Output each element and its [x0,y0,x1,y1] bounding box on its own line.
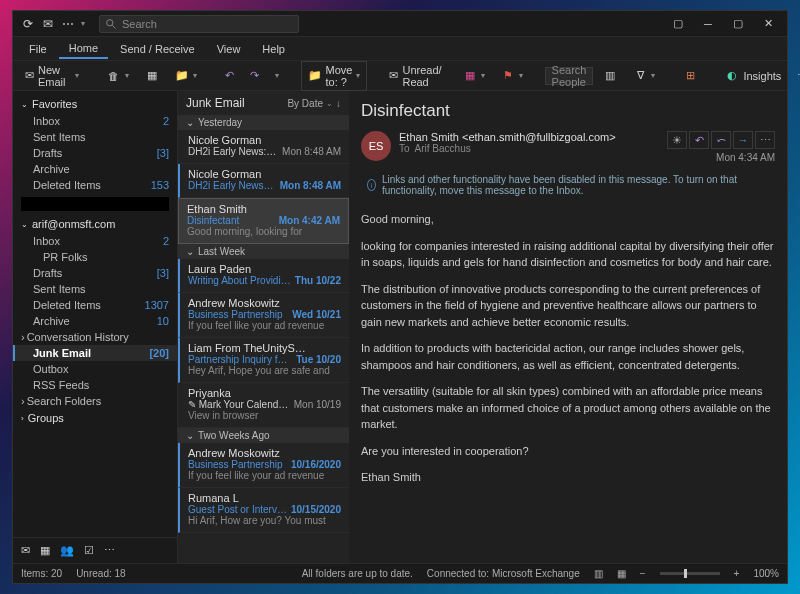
message-more-icon[interactable]: ⋯ [755,131,775,149]
reply-all-icon[interactable]: ⤺ [711,131,731,149]
zoom-out-icon[interactable]: − [640,568,646,579]
trash-icon: 🗑 [107,69,121,83]
body-paragraph: Good morning, [361,211,775,228]
account-header[interactable]: ⌄arif@onmsft.com [13,215,177,233]
sort-dropdown[interactable]: By Date ⌄ ↓ [287,98,341,109]
sync-icon[interactable]: ⟳ [21,17,35,31]
menu-file[interactable]: File [19,40,57,58]
nav-conversation-history[interactable]: ›Conversation History [13,329,177,345]
nav-rss-feeds[interactable]: RSS Feeds [13,377,177,393]
folder-pane: ⌄Favorites Inbox2Sent ItemsDrafts[3]Arch… [13,91,177,563]
message-item[interactable]: Nicole GormanDH2i Early News: DxOdyssey … [178,130,349,164]
forward-icon[interactable]: → [733,131,753,149]
new-email-button[interactable]: ✉ New Email ▾ [19,61,85,91]
nav-more-icon[interactable]: ⋯ [104,544,115,557]
nav-deleted-items[interactable]: Deleted Items1307 [13,297,177,313]
list-group-header[interactable]: Last Week [178,244,349,259]
message-item[interactable]: Nicole GormanDH2i Early News: DxOdysse…M… [178,164,349,198]
search-box[interactable]: Search [99,15,299,33]
reading-subject: Disinfectant [361,101,775,121]
body-paragraph: Ethan Smith [361,469,775,486]
nav-drafts[interactable]: Drafts[3] [13,145,177,161]
insights-button[interactable]: ◐Insights [719,66,787,86]
redacted-block [21,197,169,211]
reading-from: Ethan Smith <ethan.smith@fullbizgoal.com… [399,131,659,143]
layout-icon-1[interactable]: ▥ [594,568,603,579]
nav-archive[interactable]: Archive10 [13,313,177,329]
nav-inbox[interactable]: Inbox2 [13,113,177,129]
folder-move-icon: 📁 [175,69,189,83]
menu-help[interactable]: Help [252,40,295,58]
message-item[interactable]: Liam From TheUnityS…Partnership Inquiry … [178,338,349,383]
delete-button[interactable]: 🗑▾ [101,66,135,86]
filter-icon: ∇ [633,69,647,83]
minimize-button[interactable]: ─ [693,13,723,35]
menu-home[interactable]: Home [59,39,108,59]
zoom-slider[interactable] [660,572,720,575]
nav-inbox[interactable]: Inbox2 [13,233,177,249]
sender-avatar: ES [361,131,391,161]
unread-read-label: Unread/ Read [402,64,446,88]
redo-button[interactable]: ↷ [244,66,265,85]
list-group-header[interactable]: Two Weeks Ago [178,428,349,443]
reading-body: Good morning,looking for companies inter… [349,203,787,504]
maximize-button[interactable]: ▢ [723,13,753,35]
groups-header[interactable]: ›Groups [13,409,177,427]
mail-module-icon[interactable]: ✉ [21,544,30,557]
reading-pane: Disinfectant ES Ethan Smith <ethan.smith… [349,91,787,563]
message-item[interactable]: Andrew MoskowitzBusiness Partnership10/1… [178,443,349,488]
menu-view[interactable]: View [207,40,251,58]
addin-button[interactable]: ⊞ [677,66,703,86]
favorites-header[interactable]: ⌄Favorites [13,95,177,113]
rules-button[interactable]: ▾ [269,68,285,83]
reading-to: Arif Bacchus [415,143,471,154]
close-button[interactable]: ✕ [753,13,783,35]
nav-search-folders[interactable]: ›Search Folders [13,393,177,409]
message-item[interactable]: Ethan SmithDisinfectantMon 4:42 AMGood m… [178,198,349,244]
layout-icon-2[interactable]: ▦ [617,568,626,579]
message-item[interactable]: Andrew MoskowitzBusiness PartnershipWed … [178,293,349,338]
qat-dropdown-icon[interactable]: ▾ [81,19,85,28]
move-to-dropdown[interactable]: 📁 Move to: ? ▾ [301,61,368,91]
menu-send-receive[interactable]: Send / Receive [110,40,205,58]
flag-button[interactable]: ⚑▾ [495,66,529,86]
todo-module-icon[interactable]: ☑ [84,544,94,557]
filter-button[interactable]: ∇▾ [627,66,661,86]
nav-archive[interactable]: Archive [13,161,177,177]
move-button[interactable]: 📁▾ [169,66,203,86]
undo-button[interactable]: ↶ [219,66,240,85]
mail-icon: ✉ [25,69,34,83]
grid-icon: ⊞ [683,69,697,83]
nav-sent-items[interactable]: Sent Items [13,281,177,297]
nav-outbox[interactable]: Outbox [13,361,177,377]
nav-deleted-items[interactable]: Deleted Items153 [13,177,177,193]
archive-icon: ▦ [145,69,159,83]
nav-pr-folks[interactable]: PR Folks [13,249,177,265]
message-item[interactable]: Laura PadenWriting About Providing To…Th… [178,259,349,293]
nav-sent-items[interactable]: Sent Items [13,129,177,145]
ribbon-more-button[interactable]: ⋯ [791,66,800,85]
undo-icon: ↶ [225,69,234,82]
more-icon[interactable]: ⋯ [61,17,75,31]
outlook-window: ⟳ ✉ ⋯ ▾ Search ▢ ─ ▢ ✕ FileHomeSend / Re… [12,10,788,584]
unread-read-button[interactable]: ✉ Unread/ Read [383,61,452,91]
list-group-header[interactable]: Yesterday [178,115,349,130]
send-receive-icon[interactable]: ✉ [41,17,55,31]
reply-icon[interactable]: ↶ [689,131,709,149]
body-paragraph: In addition to products with bactericida… [361,340,775,373]
nav-drafts[interactable]: Drafts[3] [13,265,177,281]
message-item[interactable]: Rumana LGuest Post or Interview opp…10/1… [178,488,349,533]
search-people-input[interactable]: Search People [545,67,594,85]
ribbon-display-icon[interactable]: ▢ [663,13,693,35]
folder-title: Junk Email [186,96,245,110]
categorize-button[interactable]: ▦▾ [457,66,491,86]
address-book-button[interactable]: ▥ [597,66,623,86]
people-module-icon[interactable]: 👥 [60,544,74,557]
sun-icon[interactable]: ☀ [667,131,687,149]
body-paragraph: The versatility (suitable for all skin t… [361,383,775,433]
message-item[interactable]: Priyanka✎ Mark Your Calendars to M…Mon 1… [178,383,349,428]
zoom-in-icon[interactable]: + [734,568,740,579]
nav-junk-email[interactable]: Junk Email[20] [13,345,177,361]
calendar-module-icon[interactable]: ▦ [40,544,50,557]
archive-button[interactable]: ▦ [139,66,165,86]
